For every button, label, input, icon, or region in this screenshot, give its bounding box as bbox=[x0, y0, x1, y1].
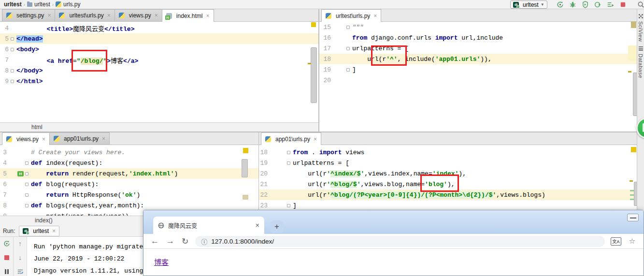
close-icon[interactable]: × bbox=[373, 13, 377, 19]
new-tab-button[interactable]: + bbox=[270, 220, 284, 233]
fold-marker-icon[interactable] bbox=[25, 172, 29, 175]
code-text: ] bbox=[352, 66, 356, 73]
fold-marker-icon[interactable] bbox=[11, 37, 14, 41]
tab-bar: app01\urls.py× bbox=[259, 132, 638, 145]
rerun-icon[interactable] bbox=[3, 240, 11, 247]
fold-marker-icon[interactable] bbox=[11, 48, 14, 51]
code-line-16[interactable]: 16from django.conf.urls import url,inclu… bbox=[319, 32, 637, 43]
code-line-5[interactable]: 5</head> bbox=[0, 33, 318, 44]
code-line-4[interactable]: 4def index(request): bbox=[0, 158, 258, 168]
close-icon[interactable]: × bbox=[256, 221, 259, 229]
code-editor[interactable]: 4 <title>魔降风云变</title>5</head>6<body>7 <… bbox=[0, 22, 318, 121]
soft-wrap-icon[interactable] bbox=[16, 268, 24, 276]
close-icon[interactable]: × bbox=[314, 136, 317, 143]
browser-tab[interactable]: 魔降风云变 × bbox=[153, 217, 264, 234]
code-line-7[interactable]: 7 return HttpResponse('ok') bbox=[0, 189, 258, 200]
bookmark-star-icon[interactable]: ☆ bbox=[629, 237, 635, 246]
breadcrumb-file[interactable]: urls.py bbox=[63, 1, 80, 8]
browser-titlebar[interactable]: 魔降风云变 × + bbox=[143, 210, 644, 234]
close-icon[interactable]: × bbox=[155, 12, 158, 19]
fold-marker-icon[interactable] bbox=[346, 26, 350, 29]
code-line-8[interactable]: 8def blogs(request,year,month): bbox=[0, 200, 258, 211]
fold-marker-icon[interactable] bbox=[287, 204, 290, 207]
code-line-6[interactable]: 6<body> bbox=[0, 44, 318, 55]
breadcrumb-folder[interactable]: urltest bbox=[34, 1, 50, 8]
site-info-icon[interactable]: ⓘ bbox=[201, 237, 207, 246]
profiler-icon[interactable] bbox=[594, 1, 601, 8]
code-line-19[interactable]: 19] bbox=[319, 64, 637, 75]
fold-marker-icon[interactable] bbox=[25, 204, 29, 207]
url-text[interactable]: 127.0.0.1:8000/index/ bbox=[211, 238, 274, 245]
close-icon[interactable]: × bbox=[52, 228, 56, 234]
gutter: H bbox=[7, 171, 31, 176]
close-icon[interactable]: × bbox=[102, 135, 105, 142]
stop-icon[interactable] bbox=[619, 1, 627, 8]
breadcrumb-project[interactable]: urltest bbox=[4, 1, 22, 8]
code-line-3[interactable]: 3# Create your views here. bbox=[0, 147, 258, 158]
html-breadcrumb[interactable]: html bbox=[0, 122, 318, 132]
reload-icon[interactable]: ↻ bbox=[182, 236, 188, 247]
run-configuration-select[interactable]: urltest ▼ bbox=[510, 0, 547, 9]
editor-tab-views-py[interactable]: views.py× bbox=[114, 9, 162, 21]
template-marker-icon[interactable]: H bbox=[17, 171, 24, 176]
editor-tab-app01-urls-py[interactable]: app01\urls.py× bbox=[261, 132, 321, 145]
code-editor[interactable]: 15"""16from django.conf.urls import url,… bbox=[319, 22, 637, 132]
code-line-9[interactable]: 9</html> bbox=[0, 76, 318, 87]
fold-marker-icon[interactable] bbox=[346, 68, 350, 72]
editor-tab-index-html[interactable]: index.html× bbox=[162, 9, 214, 22]
minimize-button[interactable] bbox=[627, 214, 639, 221]
editor-tab-views-py[interactable]: views.py× bbox=[2, 132, 50, 145]
stop-icon[interactable] bbox=[3, 254, 11, 261]
code-line-19[interactable]: 19urlpatterns = [ bbox=[259, 158, 638, 168]
close-icon[interactable]: × bbox=[47, 12, 51, 19]
scrollbar[interactable] bbox=[311, 47, 317, 103]
coverage-icon[interactable] bbox=[582, 1, 589, 8]
toolwindow-sciview[interactable]: SciView bbox=[638, 21, 644, 42]
code-line-18[interactable]: 18 url(r'^', include('app01.urls')), bbox=[319, 54, 637, 64]
fold-marker-icon[interactable] bbox=[346, 47, 350, 50]
scrollbar[interactable] bbox=[242, 159, 248, 177]
fold-marker-icon[interactable] bbox=[25, 161, 29, 165]
code-line-15[interactable]: 15""" bbox=[319, 22, 637, 32]
sciview-icon[interactable] bbox=[639, 14, 643, 18]
toolwindow-database[interactable]: Database bbox=[638, 54, 644, 78]
fold-marker-icon[interactable] bbox=[11, 80, 14, 83]
editor-tab-urltest-urls-py[interactable]: urltest\urls.py× bbox=[321, 9, 381, 22]
down-arrow-icon[interactable]: ↓ bbox=[16, 254, 24, 261]
forward-icon[interactable]: → bbox=[166, 236, 174, 246]
close-icon[interactable]: × bbox=[42, 136, 45, 143]
pause-icon[interactable] bbox=[3, 268, 11, 276]
fold-marker-icon[interactable] bbox=[25, 183, 29, 186]
code-line-4[interactable]: 4 <title>魔降风云变</title> bbox=[0, 23, 318, 33]
address-bar[interactable]: ⓘ 127.0.0.1:8000/index/ bbox=[195, 236, 605, 247]
fold-marker-icon[interactable] bbox=[287, 151, 290, 154]
code-line-6[interactable]: 6def blog(request): bbox=[0, 179, 258, 189]
close-icon[interactable]: × bbox=[206, 13, 210, 19]
editor-tab-settings-py[interactable]: settings.py× bbox=[2, 9, 55, 21]
code-line-17[interactable]: 17urlpatterns = [ bbox=[319, 43, 637, 54]
run-tab-urltest[interactable]: urltest × bbox=[19, 226, 59, 236]
code-line-20[interactable]: 20 bbox=[319, 75, 637, 86]
code-line-8[interactable]: 8</body> bbox=[0, 65, 318, 76]
editor-tab-app01-urls-py[interactable]: app01\urls.py× bbox=[49, 132, 110, 145]
back-icon[interactable]: ← bbox=[151, 236, 159, 246]
tab-label: app01\urls.py bbox=[64, 135, 99, 142]
translate-icon[interactable]: 文A bbox=[611, 237, 621, 246]
blog-link[interactable]: 博客 bbox=[154, 257, 169, 267]
rerun-icon[interactable] bbox=[557, 1, 564, 8]
code-line-7[interactable]: 7 <a href="/blog/">博客</a> bbox=[0, 55, 318, 65]
fold-marker-icon[interactable] bbox=[11, 69, 14, 73]
code-line-5[interactable]: 5H return render(request,'index.html') bbox=[0, 168, 258, 179]
debug-icon[interactable] bbox=[569, 1, 576, 8]
fold-marker-icon[interactable] bbox=[287, 161, 290, 165]
editor-tab-urltest-urls-py[interactable]: urltest\urls.py× bbox=[55, 9, 114, 21]
error-stripe-tick bbox=[630, 199, 634, 200]
database-icon[interactable] bbox=[639, 46, 643, 51]
up-arrow-icon[interactable]: ↑ bbox=[16, 240, 24, 247]
fold-marker-icon[interactable] bbox=[25, 193, 29, 197]
code-line-18[interactable]: 18from . import views bbox=[259, 147, 638, 158]
close-icon[interactable]: × bbox=[107, 12, 111, 19]
code-line-23[interactable]: 23] bbox=[259, 200, 638, 210]
code-editor[interactable]: 3# Create your views here.4def index(req… bbox=[0, 145, 258, 216]
concurrency-icon[interactable] bbox=[607, 1, 614, 8]
